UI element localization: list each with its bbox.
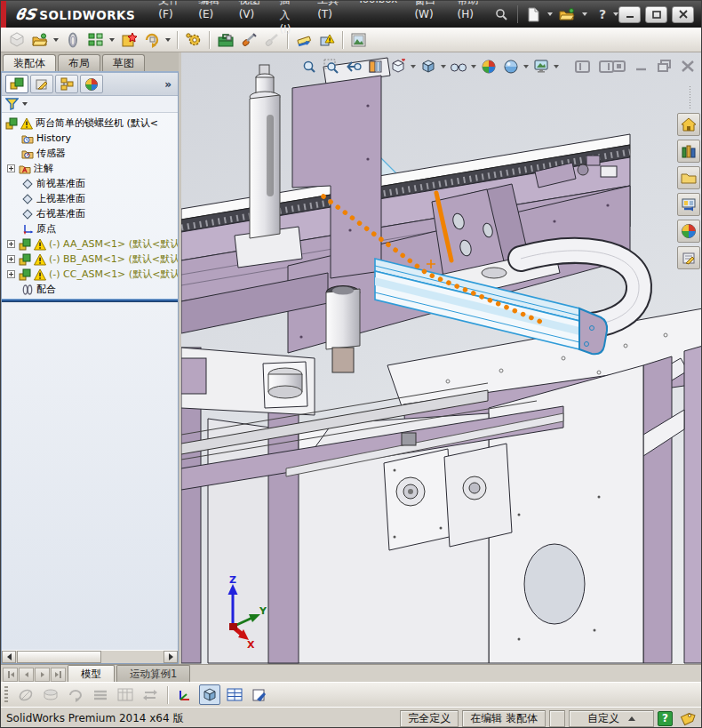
scroll-thumb[interactable]	[17, 651, 101, 663]
tab-sketch[interactable]: 草图	[102, 54, 145, 71]
view-settings-icon[interactable]	[531, 57, 551, 76]
scroll-right-icon[interactable]	[164, 651, 178, 663]
insert-components-icon[interactable]	[6, 29, 27, 50]
menu-file[interactable]: 文件(F)	[158, 0, 181, 36]
propertymanager-icon[interactable]	[30, 75, 53, 93]
tree-item-bb-asm[interactable]: (-) BB_ASM<1> (默认<默认	[2, 252, 178, 267]
tree-item-top-plane[interactable]: 上视基准面	[2, 191, 178, 206]
coordinate-icon[interactable]	[174, 684, 195, 705]
tab-motion-study-1[interactable]: 运动算例1	[116, 665, 190, 682]
open-dropdown-icon[interactable]	[582, 12, 587, 16]
dropdown-icon[interactable]	[53, 38, 59, 42]
tree-item-sensors[interactable]: 传感器	[2, 146, 178, 161]
appearances-icon[interactable]	[677, 220, 700, 243]
tab-layout[interactable]: 布局	[58, 54, 100, 71]
dropdown-icon[interactable]	[411, 65, 416, 68]
design-library-icon[interactable]	[677, 140, 700, 163]
table-icon[interactable]	[115, 684, 136, 705]
open-part-icon[interactable]	[29, 29, 50, 50]
menu-help[interactable]: 帮助(H)	[458, 0, 482, 36]
filter-funnel-icon[interactable]	[5, 98, 19, 110]
dropdown-icon[interactable]	[441, 65, 446, 68]
menu-insert[interactable]: 插入(I)	[279, 0, 300, 36]
last-study-icon[interactable]	[51, 668, 66, 682]
displaymanager-icon[interactable]	[80, 75, 103, 93]
graphics-area[interactable]: Z Y X	[181, 52, 701, 664]
tree-item-root-assembly[interactable]: 两台简单的锁螺丝机 (默认<	[2, 116, 178, 131]
edit-appearance-icon[interactable]	[479, 57, 499, 76]
swap-icon[interactable]	[140, 684, 161, 705]
dropdown-icon[interactable]	[109, 38, 115, 42]
tree-item-front-plane[interactable]: 前视基准面	[2, 176, 178, 191]
view-orientation-icon[interactable]	[388, 57, 408, 76]
dropdown-icon[interactable]	[165, 38, 171, 42]
tree-item-annotations[interactable]: 注解	[2, 161, 178, 176]
screw-tool-disabled-icon[interactable]	[261, 29, 282, 50]
menu-edit[interactable]: 编辑(E)	[198, 0, 221, 36]
menu-tools[interactable]: 工具(T)	[317, 0, 340, 36]
expand-toggle-icon[interactable]	[7, 255, 15, 263]
featuremanager-tree-icon[interactable]	[5, 75, 28, 93]
menu-window[interactable]: 窗口(W)	[414, 0, 440, 36]
minimize-button[interactable]	[618, 6, 641, 23]
menu-view[interactable]: 视图(V)	[239, 0, 263, 36]
tab-assembly[interactable]: 装配体	[3, 54, 56, 71]
mate-icon[interactable]	[62, 29, 83, 50]
dropdown-icon[interactable]	[471, 65, 476, 68]
status-custom[interactable]: 自定义	[569, 710, 654, 727]
menu-toolbox[interactable]: Toolbox	[357, 0, 397, 36]
toolbar-grip[interactable]	[4, 686, 8, 704]
previous-study-icon[interactable]	[19, 668, 34, 682]
smart-fasteners-icon[interactable]	[118, 29, 139, 50]
zoom-to-area-icon[interactable]	[322, 57, 341, 76]
scroll-left-icon[interactable]	[2, 651, 16, 663]
close-button[interactable]	[672, 6, 694, 23]
zoom-to-fit-icon[interactable]	[299, 57, 319, 76]
expand-up-icon[interactable]	[628, 716, 635, 721]
display-style-icon[interactable]	[419, 57, 438, 76]
filter-dropdown-icon[interactable]	[22, 102, 28, 106]
window-menu-icon[interactable]	[612, 60, 626, 72]
tab-model[interactable]: 模型	[68, 665, 115, 682]
custom-properties-icon[interactable]	[677, 246, 700, 269]
tree-item-history[interactable]: History	[2, 131, 178, 146]
tag-icon[interactable]	[678, 710, 696, 726]
search-icon[interactable]	[494, 7, 508, 21]
dropdown-icon[interactable]	[554, 65, 559, 68]
quick-tips-icon[interactable]: ?	[658, 711, 673, 726]
previous-view-icon[interactable]	[344, 57, 363, 76]
tree-item-cc-asm[interactable]: (-) CC_ASM<1> (默认<默认	[2, 267, 178, 282]
split-left-icon[interactable]	[575, 60, 590, 73]
next-study-icon[interactable]	[35, 668, 50, 682]
help-icon[interactable]: ?	[599, 7, 606, 21]
expand-toggle-icon[interactable]	[7, 270, 15, 278]
tree-item-mates[interactable]: 配合	[2, 282, 178, 297]
solidworks-resources-icon[interactable]	[677, 113, 700, 136]
shaded-view-icon[interactable]	[199, 684, 220, 705]
first-study-icon[interactable]	[3, 668, 18, 682]
layers-icon[interactable]	[40, 684, 61, 705]
rotate-icon[interactable]	[65, 684, 86, 705]
dropdown-icon[interactable]	[523, 65, 529, 68]
tree-item-aa-asm[interactable]: (-) AA_ASM<1> (默认<默认	[2, 236, 178, 252]
model-canvas[interactable]	[181, 52, 701, 664]
close-icon[interactable]	[682, 60, 694, 72]
new-document-dropdown-icon[interactable]	[547, 12, 553, 16]
section-view-icon[interactable]	[366, 57, 386, 76]
new-document-icon[interactable]	[527, 7, 540, 22]
hide-show-items-icon[interactable]	[449, 57, 468, 76]
grid-icon[interactable]	[224, 684, 245, 705]
linear-component-pattern-icon[interactable]	[85, 29, 106, 50]
outline-icon[interactable]	[90, 684, 111, 705]
file-explorer-icon[interactable]	[677, 166, 700, 189]
restore-button[interactable]	[645, 6, 667, 23]
panel-horizontal-scrollbar[interactable]	[2, 650, 178, 663]
restore-icon[interactable]	[658, 60, 672, 72]
view-palette-icon[interactable]	[677, 193, 700, 216]
configurationmanager-icon[interactable]	[55, 75, 78, 93]
expand-toggle-icon[interactable]	[7, 164, 15, 172]
annotation-icon[interactable]	[249, 684, 270, 705]
open-icon[interactable]	[559, 8, 575, 21]
overflow-chevron[interactable]: »	[164, 78, 174, 91]
minimize-icon[interactable]	[635, 60, 648, 72]
